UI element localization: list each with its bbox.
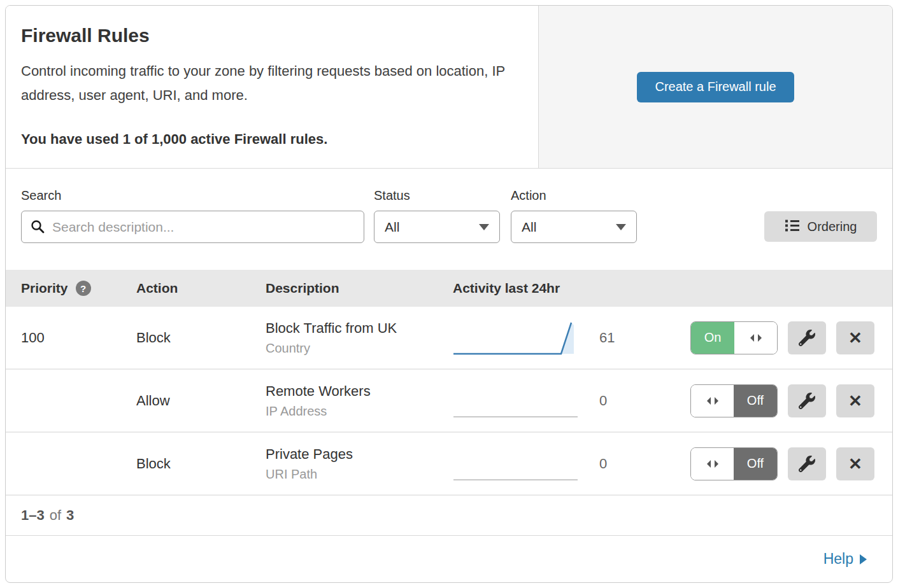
activity-sparkline [453, 319, 579, 356]
activity-sparkline [453, 445, 579, 482]
table-row: Block Private Pages URI Path 0 Off [6, 433, 892, 496]
rule-action: Block [136, 330, 266, 346]
column-header-description: Description [266, 281, 453, 296]
help-bar: Help [6, 536, 892, 582]
arrow-right-icon [860, 554, 867, 564]
wrench-icon [799, 393, 815, 409]
toggle-knob-icon [691, 385, 734, 417]
pagination-bar: 1–3 of 3 [6, 496, 892, 536]
rule-action: Allow [136, 393, 266, 409]
table-header-row: Priority ? Action Description Activity l… [6, 270, 892, 307]
create-firewall-rule-button[interactable]: Create a Firewall rule [637, 72, 794, 102]
status-label: Status [374, 188, 500, 203]
header-action-panel: Create a Firewall rule [539, 6, 892, 168]
toggle-state-label: Off [734, 385, 777, 417]
enable-toggle[interactable]: Off [690, 384, 778, 417]
page-title: Firewall Rules [21, 25, 523, 46]
edit-rule-button[interactable] [788, 321, 826, 354]
enable-toggle[interactable]: On [690, 321, 778, 354]
toggle-knob-icon [734, 322, 777, 354]
table-row: Allow Remote Workers IP Address 0 Off [6, 370, 892, 433]
toggle-state-label: Off [734, 448, 777, 480]
close-icon: ✕ [848, 456, 862, 472]
usage-summary: You have used 1 of 1,000 active Firewall… [21, 131, 523, 148]
rule-action: Block [136, 456, 266, 472]
toggle-state-label: On [691, 322, 734, 354]
firewall-rules-card: Firewall Rules Control incoming traffic … [5, 5, 893, 583]
column-header-action: Action [136, 281, 266, 296]
enable-toggle[interactable]: Off [690, 447, 778, 480]
help-link[interactable]: Help [823, 550, 867, 568]
pagination-of: of [50, 507, 61, 524]
delete-rule-button[interactable]: ✕ [836, 384, 874, 417]
search-label: Search [21, 188, 364, 203]
delete-rule-button[interactable]: ✕ [836, 447, 874, 480]
rule-description: Block Traffic from UK [266, 320, 453, 337]
rules-table-body: 100 Block Block Traffic from UK Country … [6, 307, 892, 496]
edit-rule-button[interactable] [788, 384, 826, 417]
rule-match-type: Country [266, 341, 453, 356]
ordering-button[interactable]: Ordering [764, 211, 877, 242]
rule-match-type: URI Path [266, 467, 453, 482]
status-select-value: All [385, 220, 399, 235]
rule-match-type: IP Address [266, 404, 453, 419]
action-select[interactable]: All [511, 211, 637, 243]
ordering-button-label: Ordering [808, 220, 857, 234]
page-header: Firewall Rules Control incoming traffic … [6, 6, 892, 169]
activity-sparkline [453, 382, 579, 419]
wrench-icon [799, 330, 815, 346]
activity-count: 0 [599, 393, 607, 409]
rule-description: Private Pages [266, 446, 453, 463]
filter-bar: Search Status All Action [6, 169, 892, 270]
chevron-down-icon [616, 224, 626, 230]
action-select-value: All [522, 220, 536, 235]
close-icon: ✕ [848, 330, 862, 346]
column-header-activity: Activity last 24hr [453, 281, 681, 296]
page-description: Control incoming traffic to your zone by… [21, 59, 518, 108]
rule-priority: 100 [21, 330, 136, 346]
priority-help-icon[interactable]: ? [76, 281, 91, 296]
header-text-panel: Firewall Rules Control incoming traffic … [6, 6, 539, 168]
pagination-range: 1–3 [21, 507, 45, 524]
table-row: 100 Block Block Traffic from UK Country … [6, 307, 892, 370]
edit-rule-button[interactable] [788, 447, 826, 480]
action-label: Action [511, 188, 637, 203]
search-input[interactable] [21, 211, 364, 243]
wrench-icon [799, 456, 815, 472]
activity-count: 61 [599, 330, 615, 346]
help-link-label: Help [823, 550, 853, 568]
activity-count: 0 [599, 456, 607, 472]
close-icon: ✕ [848, 393, 862, 409]
pagination-total: 3 [66, 507, 74, 524]
search-icon [30, 219, 46, 237]
status-select[interactable]: All [374, 211, 500, 243]
toggle-knob-icon [691, 448, 734, 480]
column-header-priority: Priority [21, 281, 68, 296]
chevron-down-icon [479, 224, 489, 230]
rule-description: Remote Workers [266, 383, 453, 400]
ordering-list-icon [785, 218, 800, 236]
delete-rule-button[interactable]: ✕ [836, 321, 874, 354]
